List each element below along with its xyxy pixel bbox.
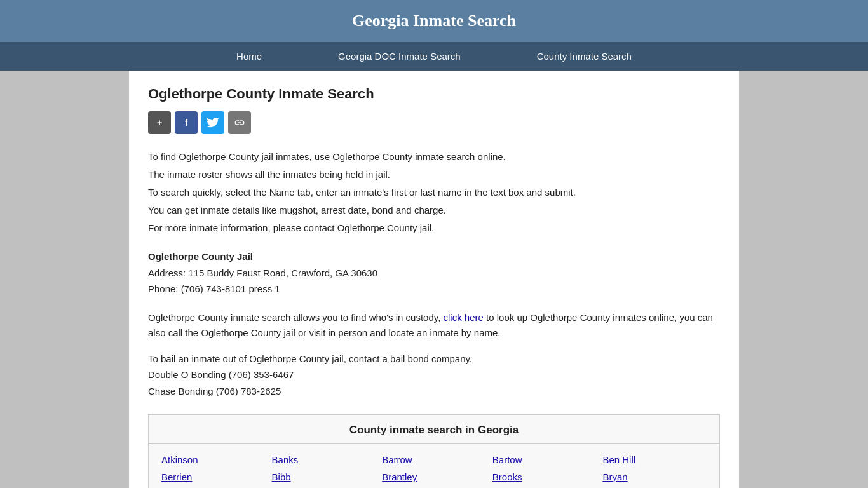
county-link[interactable]: Berrien [161,470,266,484]
online-para-before: Oglethorpe County inmate search allows y… [148,312,440,323]
bail-company-1: Double O Bonding (706) 353-6467 [148,367,720,383]
nav-home[interactable]: Home [198,42,300,71]
county-link[interactable]: Brooks [492,470,597,484]
share-button-generic[interactable]: + [148,111,171,134]
desc-line-1: To find Oglethorpe County jail inmates, … [148,149,720,165]
bail-intro: To bail an inmate out of Oglethorpe Coun… [148,351,720,367]
county-link[interactable]: Brantley [382,470,486,484]
desc-line-4: You can get inmate details like mugshot,… [148,203,720,218]
county-section-title: County inmate search in Georgia [149,415,719,444]
jail-name: Oglethorpe County Jail [148,248,720,265]
share-button-facebook[interactable]: f [175,111,198,134]
site-header: Georgia Inmate Search [0,0,868,42]
main-nav: Home Georgia DOC Inmate Search County In… [0,42,868,71]
online-search-para: Oglethorpe County inmate search allows y… [148,310,720,341]
bail-section: To bail an inmate out of Oglethorpe Coun… [148,351,720,400]
jail-info-section: Oglethorpe County Jail Address: 115 Budd… [148,248,720,297]
bail-company-2: Chase Bonding (706) 783-2625 [148,383,720,400]
jail-phone: Phone: (706) 743-8101 press 1 [148,281,720,297]
share-button-twitter[interactable] [201,111,224,134]
county-link[interactable]: Barrow [382,452,486,467]
site-title: Georgia Inmate Search [6,11,862,30]
county-link[interactable]: Bibb [272,470,376,484]
desc-line-5: For more inmate information, please cont… [148,220,720,236]
county-link[interactable]: Ben Hill [602,452,707,467]
share-button-link[interactable] [228,111,251,134]
county-link[interactable]: Atkinson [161,452,266,467]
page-title: Oglethorpe County Inmate Search [148,86,720,102]
county-section: County inmate search in Georgia Atkinson… [148,414,720,488]
main-content: Oglethorpe County Inmate Search + f To f… [129,71,739,488]
county-link[interactable]: Bartow [492,452,597,467]
share-buttons: + f [148,111,720,134]
county-link[interactable]: Banks [272,452,376,467]
county-link[interactable]: Bryan [602,470,707,484]
jail-address: Address: 115 Buddy Faust Road, Crawford,… [148,265,720,281]
nav-georgia-doc[interactable]: Georgia DOC Inmate Search [300,42,499,71]
nav-county-search[interactable]: County Inmate Search [499,42,670,71]
desc-line-3: To search quickly, select the Name tab, … [148,185,720,200]
desc-line-2: The inmate roster shows all the inmates … [148,167,720,182]
county-grid: AtkinsonBanksBarrowBartowBen HillBerrien… [149,444,719,488]
click-here-link[interactable]: click here [444,312,484,323]
description-section: To find Oglethorpe County jail inmates, … [148,149,720,236]
